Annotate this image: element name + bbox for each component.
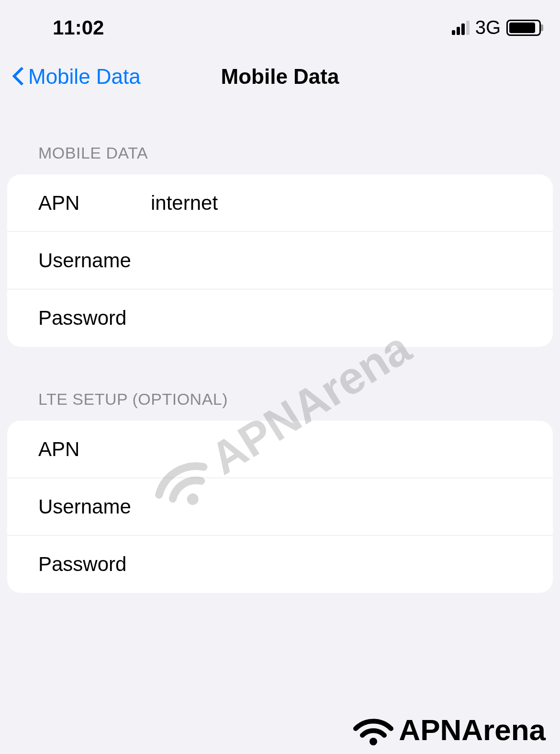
- navigation-bar: Mobile Data Mobile Data: [0, 48, 560, 101]
- network-type-label: 3G: [475, 17, 501, 38]
- page-title: Mobile Data: [221, 65, 339, 89]
- back-label: Mobile Data: [28, 65, 141, 89]
- row-password[interactable]: Password: [7, 289, 553, 347]
- row-apn[interactable]: APN: [7, 174, 553, 232]
- chevron-left-icon: [12, 67, 23, 86]
- row-label: Password: [38, 307, 151, 330]
- row-label: Username: [38, 495, 151, 518]
- svg-point-1: [370, 738, 377, 745]
- section-group-lte-setup: APN Username Password: [7, 421, 553, 593]
- row-label: Password: [38, 553, 151, 576]
- signal-icon: [452, 21, 470, 35]
- battery-icon: [506, 20, 541, 36]
- status-time: 11:02: [53, 16, 104, 39]
- status-bar: 11:02 3G: [0, 0, 560, 48]
- back-button[interactable]: Mobile Data: [12, 65, 141, 89]
- wifi-icon: [352, 714, 395, 745]
- row-lte-password[interactable]: Password: [7, 536, 553, 593]
- lte-password-input[interactable]: [151, 553, 553, 576]
- section-header-mobile-data: MOBILE DATA: [7, 144, 553, 174]
- row-label: APN: [38, 192, 151, 215]
- lte-username-input[interactable]: [151, 495, 553, 518]
- apn-input[interactable]: [151, 192, 553, 215]
- content-area: MOBILE DATA APN Username Password LTE SE…: [0, 101, 560, 593]
- row-label: APN: [38, 438, 151, 461]
- lte-apn-input[interactable]: [151, 438, 553, 461]
- row-username[interactable]: Username: [7, 232, 553, 289]
- username-input[interactable]: [151, 249, 553, 272]
- row-label: Username: [38, 249, 151, 272]
- status-indicators: 3G: [452, 17, 541, 38]
- row-lte-username[interactable]: Username: [7, 478, 553, 536]
- section-group-mobile-data: APN Username Password: [7, 174, 553, 347]
- password-input[interactable]: [151, 307, 553, 330]
- row-lte-apn[interactable]: APN: [7, 421, 553, 478]
- section-header-lte-setup: LTE SETUP (OPTIONAL): [7, 390, 553, 421]
- watermark-bottom: APNArena: [352, 713, 546, 747]
